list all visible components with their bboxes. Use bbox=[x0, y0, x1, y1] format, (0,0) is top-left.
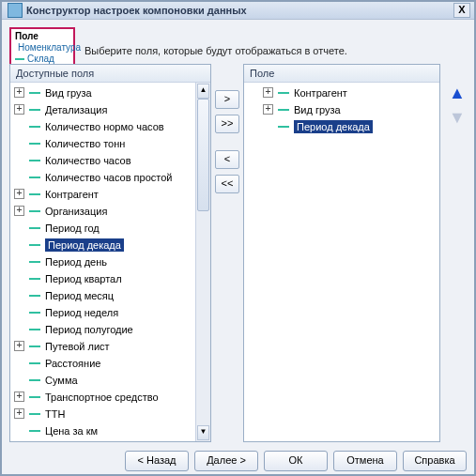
tree-item[interactable]: Количество часов bbox=[10, 152, 210, 169]
expand-spacer bbox=[14, 239, 24, 250]
tree-item[interactable]: Период день bbox=[10, 253, 210, 270]
app-icon bbox=[8, 3, 23, 18]
expand-icon[interactable]: + bbox=[14, 206, 24, 216]
add-button[interactable]: > bbox=[215, 90, 239, 109]
tree-item-label: Вид груза bbox=[45, 87, 92, 99]
field-icon bbox=[29, 92, 40, 94]
field-icon bbox=[29, 379, 40, 381]
available-fields-scroll[interactable]: +Вид груза+ДетализацияКоличество нормо ч… bbox=[10, 83, 210, 441]
tree-item[interactable]: +Контрагент bbox=[10, 186, 210, 203]
expand-icon[interactable]: + bbox=[263, 104, 273, 115]
expand-icon[interactable]: + bbox=[14, 189, 24, 199]
tree-item[interactable]: Период квартал bbox=[10, 270, 210, 287]
tree-item-label: Количество нормо часов bbox=[45, 121, 164, 132]
cancel-button[interactable]: Отмена bbox=[333, 451, 397, 471]
expand-spacer bbox=[14, 138, 24, 148]
expand-spacer bbox=[14, 155, 24, 165]
selected-fields-scroll[interactable]: +Контрагент+Вид грузаПериод декада bbox=[244, 83, 439, 441]
expand-icon[interactable]: + bbox=[263, 87, 273, 98]
tree-item-label: Детализация bbox=[45, 104, 107, 115]
field-icon bbox=[278, 109, 289, 111]
next-button[interactable]: Далее > bbox=[194, 451, 258, 471]
tree-item-label: Вид груза bbox=[294, 104, 341, 115]
tree-item[interactable]: +ТТН bbox=[10, 406, 210, 422]
main-panels: Доступные поля +Вид груза+ДетализацияКол… bbox=[9, 64, 467, 442]
field-icon bbox=[29, 143, 40, 145]
tree-item[interactable]: Период год bbox=[10, 220, 210, 237]
scroll-down-button[interactable]: ▼ bbox=[197, 425, 209, 440]
tree-item[interactable]: +Вид груза bbox=[244, 101, 439, 118]
help-button[interactable]: Справка bbox=[403, 451, 467, 471]
scrollbar[interactable]: ▲ ▼ bbox=[195, 83, 210, 441]
tree-item-label: Период декада bbox=[45, 238, 124, 252]
tree-item[interactable]: +Контрагент bbox=[244, 84, 439, 101]
selected-fields-tree: +Контрагент+Вид грузаПериод декада bbox=[244, 83, 439, 137]
expand-spacer bbox=[14, 256, 24, 267]
tree-item-label: Количество часов простой bbox=[45, 172, 173, 183]
tree-item-label: Организация bbox=[45, 206, 107, 217]
tree-item[interactable]: Период декада bbox=[10, 237, 210, 253]
legend-label: Номенклатура bbox=[18, 42, 81, 54]
scroll-up-button[interactable]: ▲ bbox=[197, 84, 209, 99]
move-buttons: > >> < << bbox=[215, 90, 239, 442]
field-icon bbox=[29, 126, 40, 128]
tree-item[interactable]: Сумма bbox=[10, 372, 210, 389]
add-all-button[interactable]: >> bbox=[215, 115, 239, 133]
field-icon bbox=[29, 261, 40, 263]
scroll-thumb[interactable] bbox=[197, 99, 209, 211]
tree-item-label: Период месяц bbox=[45, 290, 114, 301]
tree-item-label: Период год bbox=[45, 223, 100, 234]
tree-item[interactable]: +Детализация bbox=[10, 101, 210, 118]
remove-button[interactable]: < bbox=[215, 150, 239, 169]
move-up-button[interactable]: ▲ bbox=[448, 84, 467, 103]
expand-spacer bbox=[14, 375, 24, 385]
tree-item[interactable]: Цена за км bbox=[10, 422, 210, 439]
expand-spacer bbox=[263, 121, 273, 131]
dialog-window: Конструктор настроек компоновки данных X… bbox=[0, 0, 476, 476]
legend-item: Номенклатура bbox=[15, 42, 69, 54]
tree-item[interactable]: Период полугодие bbox=[10, 321, 210, 338]
field-icon bbox=[29, 109, 40, 111]
expand-icon[interactable]: + bbox=[14, 392, 24, 402]
tree-item[interactable]: +Организация bbox=[10, 203, 210, 220]
expand-spacer bbox=[14, 273, 24, 284]
expand-spacer bbox=[14, 223, 24, 233]
expand-icon[interactable]: + bbox=[14, 341, 24, 351]
field-icon bbox=[29, 210, 40, 212]
field-icon bbox=[29, 295, 40, 297]
tree-item-label: Контрагент bbox=[45, 189, 99, 200]
available-fields-tree: +Вид груза+ДетализацияКоличество нормо ч… bbox=[10, 83, 210, 441]
expand-spacer bbox=[14, 121, 24, 131]
reorder-buttons: ▲ ▼ bbox=[448, 84, 467, 442]
expand-icon[interactable]: + bbox=[14, 104, 24, 115]
remove-all-button[interactable]: << bbox=[215, 175, 239, 193]
field-icon bbox=[15, 58, 24, 60]
expand-spacer bbox=[14, 290, 24, 300]
instruction-text: Выберите поля, которые будут отображатьс… bbox=[84, 45, 441, 56]
tree-item[interactable]: +Транспортное средство bbox=[10, 389, 210, 406]
title-bar: Конструктор настроек компоновки данных X bbox=[2, 2, 474, 20]
tree-item-label: Контрагент bbox=[294, 87, 347, 99]
tree-item[interactable]: +Путевой лист bbox=[10, 338, 210, 355]
ok-button[interactable]: ОК bbox=[264, 451, 328, 471]
move-down-button[interactable]: ▼ bbox=[448, 109, 467, 128]
tree-item[interactable]: Количество нормо часов bbox=[10, 118, 210, 135]
tree-item[interactable]: Количество часов простой bbox=[10, 169, 210, 186]
expand-spacer bbox=[14, 358, 24, 368]
tree-item[interactable]: Количество тонн bbox=[10, 135, 210, 152]
field-icon bbox=[29, 160, 40, 161]
tree-item[interactable]: +Вид груза bbox=[10, 84, 210, 101]
field-icon bbox=[29, 244, 40, 246]
tree-item[interactable]: Период декада bbox=[244, 118, 439, 135]
tree-item[interactable]: Период неделя bbox=[10, 304, 210, 321]
field-icon bbox=[278, 126, 289, 128]
expand-icon[interactable]: + bbox=[14, 408, 24, 419]
expand-spacer bbox=[14, 425, 24, 436]
tree-item[interactable]: Период месяц bbox=[10, 287, 210, 304]
close-button[interactable]: X bbox=[453, 3, 470, 18]
expand-icon[interactable]: + bbox=[14, 87, 24, 98]
available-fields-title: Доступные поля bbox=[10, 65, 210, 83]
back-button[interactable]: < Назад bbox=[125, 451, 189, 471]
tree-item[interactable]: Расстояние bbox=[10, 355, 210, 372]
tree-item-label: Количество часов bbox=[45, 155, 131, 166]
